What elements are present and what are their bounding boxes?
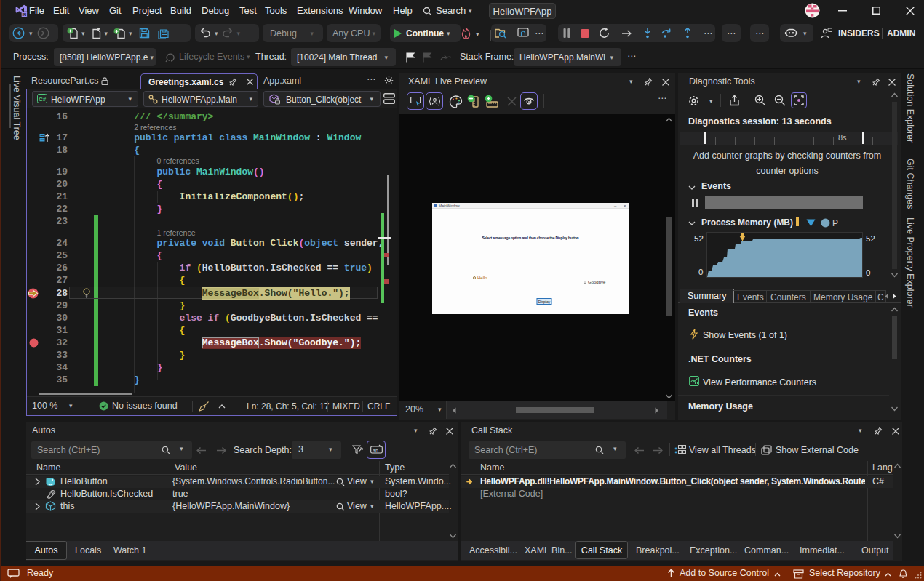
svg-text:C#: C# (39, 96, 47, 103)
svg-text:IN: IN (22, 12, 26, 17)
svg-text:ab: ab (373, 448, 378, 453)
